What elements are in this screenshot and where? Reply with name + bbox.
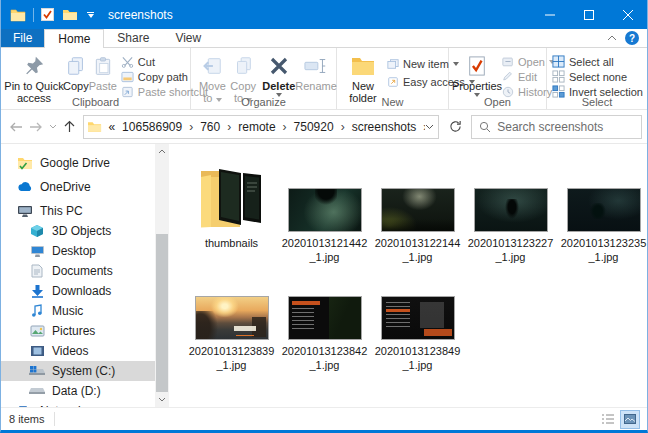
- open-label: Open: [518, 56, 545, 68]
- rename-button[interactable]: Rename: [296, 50, 336, 92]
- sidebar-item-label: Google Drive: [40, 156, 110, 170]
- sidebar-item-data-d[interactable]: Data (D:): [1, 381, 155, 401]
- breadcrumb-item[interactable]: 760: [200, 120, 220, 134]
- status-divider: [54, 412, 55, 426]
- help-icon[interactable]: ?: [625, 31, 639, 45]
- large-icons-view-button[interactable]: [621, 411, 639, 428]
- sidebar-scrollbar[interactable]: [155, 144, 169, 407]
- group-label-new: New: [337, 96, 448, 108]
- sidebar-item-this-pc[interactable]: This PC: [1, 201, 155, 221]
- breadcrumb-item[interactable]: 750920: [294, 120, 334, 134]
- breadcrumb-separator: ›: [341, 120, 345, 134]
- sidebar-item-3d-objects[interactable]: 3D Objects: [1, 221, 155, 241]
- file-item-20201013123235[interactable]: 20201013123235_1.jpg: [557, 159, 648, 264]
- address-dropdown-icon[interactable]: [425, 124, 434, 130]
- sidebar-item-downloads[interactable]: Downloads: [1, 281, 155, 301]
- sidebar-item-label: Downloads: [52, 284, 111, 298]
- tab-file[interactable]: File: [1, 29, 44, 47]
- file-item-20201013123849[interactable]: 20201013123849_1.jpg: [371, 297, 464, 372]
- paste-button[interactable]: Paste: [89, 50, 117, 92]
- collapse-ribbon-icon[interactable]: [607, 35, 617, 41]
- file-item-20201013122144[interactable]: 20201013122144_1.jpg: [371, 159, 464, 264]
- titlebar-separator: [33, 8, 34, 22]
- status-bar: 8 items: [1, 407, 647, 430]
- breadcrumb-overflow[interactable]: «: [108, 120, 115, 134]
- file-item-20201013123842[interactable]: 20201013123842_1.jpg: [278, 297, 371, 372]
- file-name-line2: _1.jpg: [282, 358, 368, 372]
- videos-icon: [29, 343, 45, 359]
- rename-icon: [304, 52, 328, 80]
- sidebar-item-onedrive[interactable]: OneDrive: [1, 177, 155, 197]
- breadcrumb-item[interactable]: remote: [238, 120, 275, 134]
- google-drive-icon: [17, 155, 33, 171]
- sidebar-item-google-drive[interactable]: Google Drive: [1, 153, 155, 173]
- delete-button[interactable]: Delete: [262, 50, 296, 97]
- address-bar[interactable]: « 106586909› 760› remote› 750920› screen…: [83, 115, 439, 139]
- properties-button[interactable]: Properties: [454, 50, 500, 97]
- onedrive-icon: [17, 179, 33, 195]
- scrollbar-thumb[interactable]: [156, 234, 168, 392]
- breadcrumb-separator: ›: [227, 120, 231, 134]
- sidebar-item-desktop[interactable]: Desktop: [1, 241, 155, 261]
- scroll-down-icon[interactable]: [155, 392, 169, 407]
- file-list: thumbnails 20201013121442_1.jpg 20201013…: [169, 144, 648, 407]
- sidebar-item-label: Desktop: [52, 244, 96, 258]
- qat-properties-icon[interactable]: [41, 8, 54, 21]
- select-none-label: Select none: [569, 71, 627, 83]
- copy-path-label: Copy path: [138, 71, 188, 83]
- refresh-button[interactable]: [444, 115, 466, 139]
- properties-icon: [467, 52, 487, 80]
- file-name-line1: 20201013123227: [468, 236, 554, 250]
- copy-to-icon: [232, 52, 254, 80]
- sidebar-item-pictures[interactable]: Pictures: [1, 321, 155, 341]
- qat-new-folder-icon[interactable]: [63, 9, 78, 21]
- sidebar-item-videos[interactable]: Videos: [1, 341, 155, 361]
- file-name-line1: 20201013121442: [282, 236, 368, 250]
- cut-label: Cut: [138, 56, 155, 68]
- sidebar-item-documents[interactable]: Documents: [1, 261, 155, 281]
- select-all-label: Select all: [569, 56, 614, 68]
- tab-view[interactable]: View: [162, 29, 214, 47]
- minimize-button[interactable]: [530, 0, 569, 29]
- details-view-button[interactable]: [599, 411, 617, 428]
- titlebar: screenshots: [1, 0, 647, 29]
- file-name-line1: 20201013123839: [189, 344, 275, 358]
- file-item-20201013123839[interactable]: 20201013123839_1.jpg: [185, 297, 278, 372]
- forward-button[interactable]: [26, 115, 46, 139]
- this-pc-icon: [17, 203, 33, 219]
- back-button[interactable]: [6, 115, 26, 139]
- file-name-line2: _1.jpg: [375, 358, 461, 372]
- sidebar-item-label: Videos: [52, 344, 88, 358]
- pin-icon: [23, 52, 45, 80]
- sidebar-item-label: 3D Objects: [52, 224, 111, 238]
- select-all-button[interactable]: Select all: [552, 55, 643, 68]
- file-item-thumbnails[interactable]: thumbnails: [185, 159, 278, 264]
- edit-label: Edit: [518, 71, 537, 83]
- file-item-20201013121442[interactable]: 20201013121442_1.jpg: [278, 159, 371, 264]
- image-thumbnail: [196, 297, 268, 339]
- close-button[interactable]: [608, 0, 647, 29]
- sidebar-item-system-c[interactable]: System (C:): [1, 361, 155, 381]
- tab-share[interactable]: Share: [104, 29, 162, 47]
- paste-icon: [93, 52, 113, 80]
- recent-locations-button[interactable]: [46, 115, 60, 139]
- group-label-select: Select: [547, 96, 647, 108]
- image-thumbnail: [568, 189, 640, 231]
- file-item-20201013123227[interactable]: 20201013123227_1.jpg: [464, 159, 557, 264]
- ribbon: Pin to Quick access Copy Paste Cut: [1, 48, 647, 110]
- qat-customize-icon[interactable]: [87, 12, 94, 18]
- select-none-button[interactable]: Select none: [552, 70, 643, 83]
- breadcrumb-item[interactable]: screenshots: [352, 120, 417, 134]
- new-folder-icon: [351, 52, 375, 80]
- tab-home[interactable]: Home: [44, 29, 104, 48]
- data-drive-icon: [29, 383, 45, 399]
- up-button[interactable]: [60, 115, 80, 139]
- maximize-button[interactable]: [569, 0, 608, 29]
- copy-button[interactable]: Copy: [63, 50, 89, 92]
- search-input[interactable]: [497, 120, 634, 134]
- image-thumbnail: [382, 189, 454, 231]
- scroll-up-icon[interactable]: [155, 144, 169, 159]
- sidebar-item-music[interactable]: Music: [1, 301, 155, 321]
- breadcrumb-separator: ›: [283, 120, 287, 134]
- breadcrumb-item[interactable]: 106586909: [122, 120, 182, 134]
